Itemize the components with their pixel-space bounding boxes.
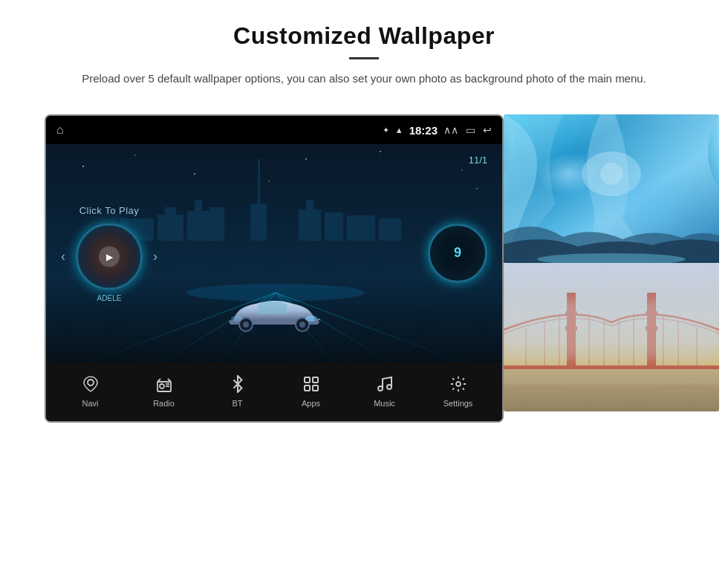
svg-rect-52 — [313, 377, 318, 383]
nav-item-apps[interactable]: Apps — [285, 375, 337, 408]
time-display: 18:23 — [409, 124, 438, 137]
svg-rect-63 — [504, 307, 719, 345]
window-icon: ▭ — [466, 124, 475, 136]
svg-rect-14 — [157, 215, 183, 241]
svg-point-61 — [537, 253, 686, 263]
svg-rect-81 — [504, 369, 719, 411]
svg-rect-20 — [347, 215, 375, 241]
svg-point-55 — [378, 386, 383, 391]
nav-item-bt[interactable]: BT — [212, 375, 264, 408]
svg-point-59 — [582, 152, 641, 196]
svg-point-8 — [268, 180, 270, 182]
svg-point-1 — [82, 166, 84, 167]
thumbnail-ice-cave[interactable] — [504, 114, 719, 263]
page-title: Customized Wallpaper — [82, 22, 646, 50]
title-section: Customized Wallpaper Preload over 5 defa… — [82, 22, 646, 88]
album-art[interactable]: ▶ — [76, 223, 143, 290]
svg-rect-54 — [313, 385, 318, 391]
home-icon: ⌂ — [56, 123, 64, 137]
navi-icon — [82, 375, 100, 396]
car-area — [222, 292, 326, 339]
svg-point-3 — [194, 173, 195, 175]
svg-rect-62 — [504, 263, 719, 411]
page-wrapper: Customized Wallpaper Preload over 5 defa… — [0, 0, 728, 563]
bluetooth-icon: ✦ — [383, 126, 389, 135]
status-left: ⌂ — [56, 123, 64, 137]
device-screen: ⌂ ✦ ▲ 18:23 ∧∧ ▭ ↩ — [45, 114, 504, 423]
svg-point-41 — [299, 322, 305, 328]
svg-rect-19 — [325, 212, 343, 241]
radio-label: Radio — [153, 399, 175, 408]
svg-rect-69 — [646, 326, 657, 331]
svg-point-46 — [160, 384, 164, 388]
navi-label: Navi — [82, 399, 98, 408]
svg-point-57 — [456, 382, 461, 386]
status-right: ✦ ▲ 18:23 ∧∧ ▭ ↩ — [383, 124, 492, 137]
nav-item-music[interactable]: Music — [359, 375, 411, 408]
svg-rect-82 — [504, 369, 719, 384]
svg-point-2 — [134, 154, 136, 156]
svg-point-7 — [476, 188, 478, 189]
page-description: Preload over 5 default wallpaper options… — [82, 70, 646, 88]
svg-point-44 — [88, 380, 94, 385]
nav-item-radio[interactable]: Radio — [138, 375, 190, 408]
expand-icon: ∧∧ — [443, 124, 458, 136]
svg-point-5 — [380, 151, 381, 152]
svg-point-60 — [600, 163, 623, 185]
svg-rect-53 — [305, 385, 310, 391]
svg-rect-15 — [165, 207, 176, 218]
music-controls: ‹ ▶ › — [61, 223, 157, 290]
radio-icon — [155, 375, 173, 396]
svg-rect-80 — [504, 365, 719, 369]
nav-item-navi[interactable]: Navi — [65, 375, 117, 408]
title-divider — [349, 57, 379, 59]
svg-rect-10 — [250, 204, 267, 241]
settings-label: Settings — [443, 399, 473, 408]
next-button[interactable]: › — [153, 249, 157, 264]
ice-cave-image — [504, 114, 719, 263]
dial-number: 9 — [454, 245, 461, 261]
play-button[interactable]: ▶ — [99, 246, 120, 267]
music-icon — [376, 375, 394, 396]
svg-point-56 — [387, 385, 391, 389]
music-area: Click To Play ‹ ▶ › ADELE — [61, 204, 157, 302]
thumbnail-golden-gate[interactable] — [504, 263, 719, 411]
nav-icons: ∧∧ ▭ ↩ — [443, 124, 492, 136]
bridge-image — [504, 263, 719, 411]
settings-icon — [449, 375, 467, 396]
music-label: Music — [374, 399, 395, 408]
svg-rect-21 — [379, 218, 401, 241]
right-dial: 9 — [428, 224, 487, 283]
svg-rect-13 — [209, 207, 224, 241]
content-area: ⌂ ✦ ▲ 18:23 ∧∧ ▭ ↩ — [45, 114, 683, 423]
svg-rect-51 — [305, 377, 310, 383]
device-main: 11/1 Click To Play ‹ ▶ › ADELE — [46, 144, 502, 362]
apps-label: Apps — [302, 399, 320, 408]
svg-rect-18 — [306, 200, 313, 215]
svg-rect-12 — [195, 200, 202, 215]
svg-rect-64 — [567, 293, 576, 382]
svg-rect-58 — [504, 114, 719, 263]
svg-point-6 — [461, 169, 462, 170]
bottom-nav: Navi Radio — [46, 362, 502, 421]
signal-icon: ▲ — [395, 126, 403, 134]
status-bar: ⌂ ✦ ▲ 18:23 ∧∧ ▭ ↩ — [46, 116, 502, 144]
svg-point-4 — [305, 158, 307, 160]
svg-point-43 — [231, 316, 243, 322]
album-ring: ▶ — [76, 223, 143, 290]
date-overlay: 11/1 — [469, 154, 487, 166]
svg-point-42 — [305, 316, 317, 322]
svg-rect-65 — [647, 293, 656, 382]
thumbnail-stack — [504, 114, 719, 411]
apps-icon — [302, 375, 320, 396]
svg-rect-68 — [646, 311, 657, 316]
back-icon: ↩ — [483, 124, 492, 136]
album-label: ADELE — [97, 293, 122, 302]
svg-point-39 — [243, 322, 249, 328]
svg-rect-11 — [187, 211, 209, 241]
prev-button[interactable]: ‹ — [61, 249, 65, 264]
bt-label: BT — [232, 399, 242, 408]
bt-icon — [229, 375, 247, 396]
svg-rect-66 — [565, 311, 577, 316]
nav-item-settings[interactable]: Settings — [432, 375, 484, 408]
